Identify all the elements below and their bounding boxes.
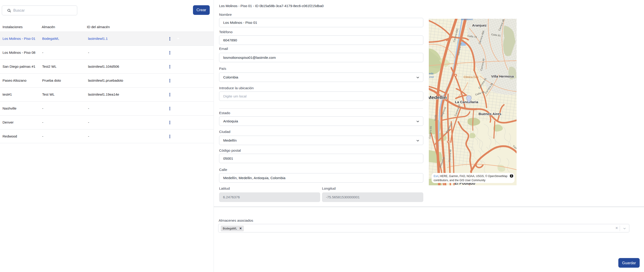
svg-text:contributors, and the GIS User: contributors, and the GIS User Community [434,179,486,182]
svg-text:eso: eso [429,76,434,78]
svg-text:Villa Hermosa: Villa Hermosa [491,74,514,78]
svg-text:Buenos Aires: Buenos Aires [478,112,501,116]
svg-text:ada: ada [429,72,434,75]
svg-text:Medellin: Medellin [429,95,447,100]
svg-text:La Candelaria: La Candelaria [455,100,478,104]
svg-text:Medellín: Medellín [461,19,473,21]
svg-text:Clinica Ces: Clinica Ces [464,76,478,79]
svg-text:Esri, HERE, Garmin, FAO, NOAA,: Esri, HERE, Garmin, FAO, NOAA, USGS, © O… [434,174,508,178]
svg-text:Aranjuez: Aranjuez [472,23,486,27]
